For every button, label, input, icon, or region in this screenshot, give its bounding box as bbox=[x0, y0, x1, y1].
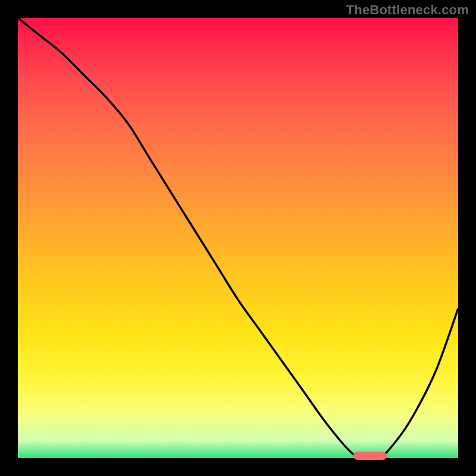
line-curve bbox=[18, 18, 458, 458]
chart-frame: TheBottleneck.com bbox=[0, 0, 476, 476]
plot-area bbox=[18, 18, 458, 458]
optimum-marker bbox=[353, 452, 387, 460]
watermark-text: TheBottleneck.com bbox=[346, 2, 469, 18]
curve-path bbox=[18, 18, 458, 458]
